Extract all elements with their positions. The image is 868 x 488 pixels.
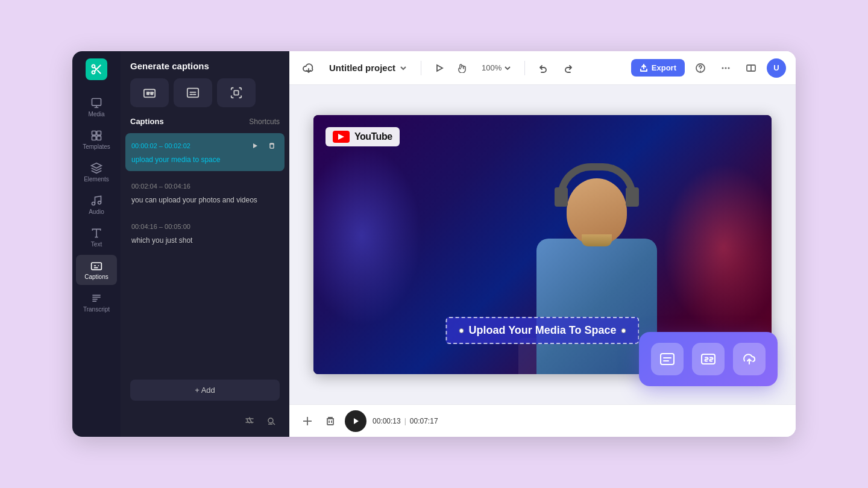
- svg-marker-22: [253, 143, 257, 148]
- user-avatar[interactable]: U: [767, 58, 786, 78]
- auto-captions-btn[interactable]: [130, 78, 169, 107]
- caption-time-3: 00:04:16 – 00:05:00: [131, 223, 190, 230]
- sidebar-item-captions[interactable]: Captions: [76, 255, 117, 285]
- subtitle-btn[interactable]: [174, 78, 212, 107]
- help-icon: [695, 63, 706, 74]
- play-tool-btn[interactable]: [430, 58, 449, 78]
- svg-point-35: [728, 67, 730, 69]
- sidebar-item-audio-label: Audio: [89, 208, 104, 215]
- svg-marker-47: [354, 418, 359, 424]
- templates-icon: [90, 130, 102, 142]
- main-play-button[interactable]: [345, 410, 366, 432]
- topbar: Untitled project 10: [289, 51, 796, 85]
- hand-tool-btn[interactable]: [451, 58, 471, 78]
- caption-time-2: 00:02:04 – 00:04:16: [131, 183, 190, 190]
- caption-overlay-text: Upload Your Media To Space: [468, 324, 616, 337]
- svg-point-10: [92, 202, 95, 205]
- youtube-icon: [333, 131, 350, 143]
- svg-rect-25: [270, 184, 274, 189]
- app-logo[interactable]: [86, 58, 107, 80]
- zoom-level: 100%: [482, 63, 502, 72]
- caption-overlay[interactable]: Upload Your Media To Space: [445, 317, 639, 344]
- current-time: 00:00:13: [373, 417, 401, 425]
- topbar-divider-2: [524, 61, 525, 75]
- shortcuts-label[interactable]: Shortcuts: [249, 117, 280, 126]
- svg-rect-21: [234, 90, 238, 95]
- time-divider: |: [404, 417, 406, 425]
- canvas-area: YouTube Upload Your Media To Space: [289, 85, 796, 404]
- person-neck: [582, 234, 612, 246]
- trash-icon: [268, 223, 275, 230]
- panel-footer: [121, 408, 289, 437]
- main-area: Untitled project 10: [289, 51, 796, 437]
- sidebar-item-media[interactable]: Media: [76, 92, 117, 122]
- redo-btn[interactable]: [559, 58, 578, 78]
- sidebar-item-transcript-label: Transcript: [83, 306, 110, 313]
- add-caption-button[interactable]: + Add: [130, 380, 280, 401]
- svg-point-33: [722, 67, 724, 69]
- chevron-down-icon: [399, 64, 407, 72]
- sidebar-item-text[interactable]: Text: [76, 222, 117, 252]
- svg-rect-9: [97, 136, 101, 140]
- feature-popup: [639, 332, 778, 386]
- caption-time-row-3: 00:04:16 – 00:05:00: [131, 220, 278, 233]
- scissors-icon: [90, 63, 102, 75]
- caption-item-1[interactable]: 00:00:02 – 00:02:02: [125, 133, 285, 171]
- sidebar-item-text-label: Text: [91, 241, 102, 248]
- svg-rect-38: [661, 354, 674, 364]
- detect-caption-btn[interactable]: [217, 78, 256, 107]
- media-icon: [90, 97, 102, 109]
- caption-time-1: 00:00:02 – 00:02:02: [131, 142, 190, 149]
- zoom-chevron-icon: [504, 64, 511, 72]
- cloud-save-btn[interactable]: [299, 58, 318, 78]
- subtitle-icon: [186, 86, 200, 99]
- caption-delete-btn-2[interactable]: [265, 180, 278, 193]
- export-button[interactable]: Export: [631, 59, 685, 77]
- export-icon: [640, 64, 648, 72]
- popup-subtitles-icon: [651, 343, 684, 375]
- split-view-btn[interactable]: [741, 58, 761, 78]
- more-btn[interactable]: [716, 58, 735, 78]
- svg-point-28: [268, 418, 273, 423]
- help-btn[interactable]: [691, 58, 710, 78]
- svg-rect-14: [92, 263, 102, 270]
- split-view-icon: [746, 63, 756, 74]
- svg-point-11: [98, 201, 101, 204]
- caption-time-row-1: 00:00:02 – 00:02:02: [131, 139, 278, 152]
- search-captions-btn[interactable]: [263, 413, 280, 430]
- captions-panel: Generate captions: [121, 51, 289, 437]
- zoom-control[interactable]: 100%: [477, 61, 516, 75]
- caption-time-row-2: 00:02:04 – 00:04:16: [131, 180, 278, 193]
- caption-item-2[interactable]: 00:02:04 – 00:04:16: [125, 174, 285, 211]
- caption-handle-right: [621, 328, 626, 333]
- caption-delete-btn-3[interactable]: [265, 220, 278, 233]
- caption-play-btn-2[interactable]: [248, 180, 262, 193]
- translate-btn[interactable]: [241, 413, 258, 430]
- delete-icon-btn[interactable]: [322, 413, 339, 430]
- playback-controls: [430, 58, 471, 78]
- hand-icon: [456, 63, 466, 73]
- svg-point-34: [725, 67, 727, 69]
- caption-item-3[interactable]: 00:04:16 – 00:05:00: [125, 214, 285, 252]
- detect-icon: [230, 86, 243, 99]
- captions-icon: [90, 260, 102, 272]
- svg-line-4: [95, 67, 96, 69]
- sidebar-item-templates[interactable]: Templates: [76, 125, 117, 155]
- undo-btn[interactable]: [533, 58, 553, 78]
- project-title-btn[interactable]: Untitled project: [324, 60, 412, 75]
- play-icon: [251, 183, 259, 190]
- audio-icon: [90, 195, 102, 207]
- translate-icon: [245, 416, 254, 426]
- caption-delete-btn-1[interactable]: [265, 139, 278, 152]
- sidebar-item-audio[interactable]: Audio: [76, 190, 117, 220]
- sidebar-item-elements[interactable]: Elements: [76, 157, 117, 187]
- sidebar-item-transcript[interactable]: Transcript: [76, 287, 117, 318]
- trim-icon-btn[interactable]: [299, 413, 316, 430]
- upload-cloud-popup-icon: [741, 351, 758, 368]
- search-caption-icon: [266, 416, 276, 426]
- caption-play-btn-1[interactable]: [248, 139, 262, 152]
- caption-play-btn-3[interactable]: [248, 220, 262, 233]
- youtube-text: YouTube: [354, 131, 392, 142]
- export-label: Export: [652, 63, 676, 72]
- play-icon: [251, 142, 259, 149]
